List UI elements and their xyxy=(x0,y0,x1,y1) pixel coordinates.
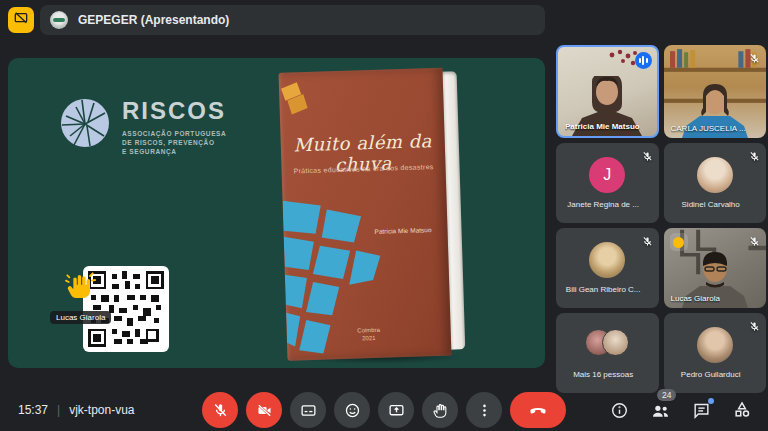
more-options-button[interactable] xyxy=(466,392,502,428)
presenting-tab[interactable]: GEPEGER (Apresentando) xyxy=(40,5,545,35)
meeting-meta: 15:37 | vjk-tpon-vua xyxy=(18,403,135,417)
presentation-hidden-icon xyxy=(13,10,29,30)
book-corner-art xyxy=(279,78,318,125)
emoji-icon xyxy=(344,402,361,419)
side-panel-buttons: 24 xyxy=(607,398,754,422)
activities-icon xyxy=(732,400,752,420)
reactions-button[interactable] xyxy=(334,392,370,428)
mic-muted-icon xyxy=(642,233,653,251)
tile-janete[interactable]: J Janete Regina de ... xyxy=(556,143,659,223)
tile-more-people[interactable]: Mais 16 pessoas xyxy=(556,313,659,393)
letter-avatar: J xyxy=(589,157,625,193)
tile-pedro[interactable]: Pedro Guilarduci xyxy=(664,313,767,393)
participant-name: Pedro Guilarduci xyxy=(664,370,758,379)
photo-avatar xyxy=(589,242,625,278)
chat-panel-button[interactable] xyxy=(689,398,713,422)
mic-off-icon xyxy=(212,402,229,419)
participant-name: Mais 16 pessoas xyxy=(556,370,650,379)
activities-button[interactable] xyxy=(730,398,754,422)
tile-carla[interactable]: CARLA JUSCELIA ... xyxy=(664,45,767,138)
tile-sidinei[interactable]: Sidinei Carvalho xyxy=(664,143,767,223)
tile-patricia[interactable]: Patricia Mie Matsuo xyxy=(556,45,659,138)
shared-screen[interactable]: RISCOS ASSOCIAÇÃO PORTUGUESA DE RISCOS, … xyxy=(8,58,545,368)
riscos-subtitle-line1: ASSOCIAÇÃO PORTUGUESA xyxy=(122,129,226,138)
photo-avatar xyxy=(697,157,733,193)
meeting-info-button[interactable] xyxy=(607,398,631,422)
presentation-hidden-button[interactable] xyxy=(8,7,34,33)
info-icon xyxy=(610,401,629,420)
present-screen-icon xyxy=(388,402,405,419)
waving-hand-icon xyxy=(64,270,96,302)
participant-name: Janete Regina de ... xyxy=(556,200,650,209)
speaking-indicator-icon xyxy=(635,52,652,69)
raise-hand-icon xyxy=(432,402,449,419)
more-options-icon xyxy=(476,402,493,419)
mic-muted-icon xyxy=(749,233,760,251)
chat-notification-dot xyxy=(708,398,714,404)
photo-avatar xyxy=(697,327,733,363)
mic-muted-icon xyxy=(749,50,760,68)
participant-name: Sidinei Carvalho xyxy=(664,200,758,209)
camera-off-icon xyxy=(256,402,273,419)
presenter-avatar xyxy=(50,11,68,29)
riscos-title: RISCOS xyxy=(122,98,226,124)
end-call-button[interactable] xyxy=(510,392,566,428)
hand-raised-icon xyxy=(670,233,688,251)
tile-lucas[interactable]: Lucas Giarola xyxy=(664,228,767,308)
raise-hand-button[interactable] xyxy=(422,392,458,428)
riscos-logo-icon xyxy=(60,98,110,148)
people-icon xyxy=(650,400,671,421)
meeting-code: vjk-tpon-vua xyxy=(69,403,134,417)
participant-name: Bili Gean Ribeiro C... xyxy=(556,285,650,294)
end-call-icon xyxy=(528,400,548,420)
mic-muted-icon xyxy=(749,318,760,336)
present-screen-button[interactable] xyxy=(378,392,414,428)
presenting-tab-label: GEPEGER (Apresentando) xyxy=(78,13,229,27)
participants-panel: Patricia Mie Matsuo CARLA JUSCELIA ... J xyxy=(556,45,766,393)
participant-name: CARLA JUSCELIA ... xyxy=(671,124,746,133)
clock: 15:37 xyxy=(18,403,48,417)
tile-bili[interactable]: Bili Gean Ribeiro C... xyxy=(556,228,659,308)
meta-divider: | xyxy=(57,403,60,417)
participant-count-badge: 24 xyxy=(657,389,676,401)
riscos-logo: RISCOS ASSOCIAÇÃO PORTUGUESA DE RISCOS, … xyxy=(60,98,226,156)
call-controls xyxy=(202,392,566,428)
participant-name: Lucas Giarola xyxy=(671,294,720,303)
reaction-name-label: Lucas Giarola xyxy=(50,311,111,324)
camera-off-button[interactable] xyxy=(246,392,282,428)
captions-button[interactable] xyxy=(290,392,326,428)
people-panel-button[interactable]: 24 xyxy=(648,398,672,422)
captions-icon xyxy=(300,402,317,419)
reaction-overlay: Lucas Giarola xyxy=(50,270,140,324)
mic-muted-icon xyxy=(642,148,653,166)
chat-icon xyxy=(692,401,711,420)
book-cover: Muito além da chuva Práticas educativas … xyxy=(279,67,466,360)
participant-name: Patricia Mie Matsuo xyxy=(565,122,640,131)
mic-muted-icon xyxy=(749,148,760,166)
riscos-subtitle-line2: DE RISCOS, PREVENÇÃO xyxy=(122,138,226,147)
microphone-off-button[interactable] xyxy=(202,392,238,428)
overflow-avatars xyxy=(585,329,629,357)
riscos-subtitle-line3: E SEGURANÇA xyxy=(122,147,226,156)
